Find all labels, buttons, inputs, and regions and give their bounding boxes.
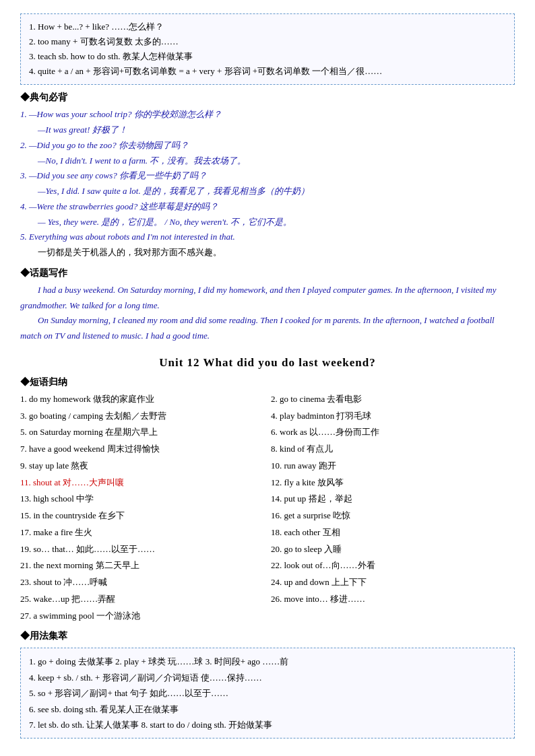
qa-1-q: 1. —How was your school trip? 你的学校郊游怎么样？ xyxy=(20,107,515,123)
qa-3-q: 3. —Did you see any cows? 你看见一些牛奶了吗？ xyxy=(20,168,515,184)
phrase-section: ◆短语归纳 1. do my homework 做我的家庭作业 2. go to… xyxy=(20,376,515,624)
grammar-box: 1. go + doing 去做某事 2. play + 球类 玩……球 3. … xyxy=(20,648,515,738)
top-line-2: 2. too many + 可数名词复数 太多的…… xyxy=(29,34,506,49)
phrase-10-right: 20. go to sleep 入睡 xyxy=(271,542,515,557)
phrase-9-left: 17. make a fire 生火 xyxy=(20,525,264,541)
qa-5-q: 5. Everything was about robots and I'm n… xyxy=(20,230,515,245)
phrase-12-right: 24. up and down 上上下下 xyxy=(271,575,515,590)
phrase-10-left: 19. so… that… 如此……以至于…… xyxy=(20,542,264,557)
phrase-11-right: 22. look out of…向……外看 xyxy=(271,558,515,574)
phrase-7-left: 13. high school 中学 xyxy=(20,491,264,507)
phrase-grid: 1. do my homework 做我的家庭作业 2. go to cinem… xyxy=(20,392,515,624)
phrase-4-right: 8. kind of 有点儿 xyxy=(271,442,515,457)
phrase-6-right: 12. fly a kite 放风筝 xyxy=(271,475,515,491)
grammar-line-5: 7. let sb. do sth. 让某人做某事 8. start to do… xyxy=(29,717,506,732)
qa-1-a-text: —It was great! 好极了！ xyxy=(38,125,127,135)
qa-2-a-text: —No, I didn't. I went to a farm. 不，没有。我去… xyxy=(38,156,246,166)
phrase-1-left: 1. do my homework 做我的家庭作业 xyxy=(20,392,264,407)
phrase-5-left: 9. stay up late 熬夜 xyxy=(20,458,264,474)
phrase-2-left: 3. go boating / camping 去划船／去野营 xyxy=(20,409,264,424)
hua-ti-para1: I had a busy weekend. On Saturday mornin… xyxy=(20,283,515,314)
phrase-12-left: 23. shout to 冲……呼喊 xyxy=(20,575,264,590)
grammar-section: ◆用法集萃 1. go + doing 去做某事 2. play + 球类 玩…… xyxy=(20,630,515,738)
qa-4-a-text: — Yes, they were. 是的，它们是。 / No, they wer… xyxy=(38,217,292,227)
hua-ti-title: ◆话题写作 xyxy=(20,267,515,279)
phrase-9-right: 18. each other 互相 xyxy=(271,525,515,541)
top-line-1: 1. How + be...? + like? ……怎么样？ xyxy=(29,20,506,34)
qa-2-a: —No, I didn't. I went to a farm. 不，没有。我去… xyxy=(20,153,515,169)
phrase-3-left: 5. on Saturday morning 在星期六早上 xyxy=(20,425,264,440)
phrase-title: ◆短语归纳 xyxy=(20,376,515,388)
phrase-8-left: 15. in the countryside 在乡下 xyxy=(20,508,264,524)
qa-2-q: 2. —Did you go to the zoo? 你去动物园了吗？ xyxy=(20,138,515,153)
top-line-4: 4. quite + a / an + 形容词+可数名词单数 = a + ver… xyxy=(29,64,506,79)
phrase-5-right: 10. run away 跑开 xyxy=(271,458,515,474)
qa-1-a: —It was great! 好极了！ xyxy=(20,123,515,138)
phrase-6-left: 11. shout at 对……大声叫嚷 xyxy=(20,475,264,491)
qa-3-a: —Yes, I did. I saw quite a lot. 是的，我看见了，… xyxy=(20,184,515,199)
hua-ti-para2-text: On Sunday morning, I cleaned my room and… xyxy=(20,315,495,341)
phrase-3-right: 6. work as 以……身份而工作 xyxy=(271,425,515,440)
grammar-line-2: 4. keep + sb. / sth. + 形容词／副词／介词短语 使……保持… xyxy=(29,670,506,685)
qa-3-q-text: 3. —Did you see any cows? 你看见一些牛奶了吗？ xyxy=(20,170,207,180)
qa-4-q: 4. —Were the strawberries good? 这些草莓是好的吗… xyxy=(20,199,515,215)
qa-2-q-text: 2. —Did you go to the zoo? 你去动物园了吗？ xyxy=(20,140,189,150)
phrase-11-left: 21. the next morning 第二天早上 xyxy=(20,558,264,574)
phrase-2-right: 4. play badminton 打羽毛球 xyxy=(271,409,515,424)
top-grammar-box: 1. How + be...? + like? ……怎么样？ 2. too ma… xyxy=(20,13,515,85)
dian-ju-title: ◆典句必背 xyxy=(20,92,515,104)
phrase-14-single: 27. a swimming pool 一个游泳池 xyxy=(20,609,515,624)
dian-ju-section: ◆典句必背 1. —How was your school trip? 你的学校… xyxy=(20,92,515,261)
grammar-line-1: 1. go + doing 去做某事 2. play + 球类 玩……球 3. … xyxy=(29,654,506,669)
phrase-13-right: 26. move into… 移进…… xyxy=(271,592,515,607)
unit-title: Unit 12 What did you do last weekend? xyxy=(20,356,515,370)
top-line-3: 3. teach sb. how to do sth. 教某人怎样做某事 xyxy=(29,49,506,64)
qa-5-a: 一切都是关于机器人的，我对那方面不感兴趣。 xyxy=(20,245,515,261)
hua-ti-section: ◆话题写作 I had a busy weekend. On Saturday … xyxy=(20,267,515,344)
qa-4-q-text: 4. —Were the strawberries good? 这些草莓是好的吗… xyxy=(20,201,218,211)
qa-4-a: — Yes, they were. 是的，它们是。 / No, they wer… xyxy=(20,215,515,230)
qa-1-q-text: 1. —How was your school trip? 你的学校郊游怎么样？ xyxy=(20,109,222,119)
hua-ti-para1-text: I had a busy weekend. On Saturday mornin… xyxy=(20,285,496,310)
phrase-13-left: 25. wake…up 把……弄醒 xyxy=(20,592,264,607)
phrase-1-right: 2. go to cinema 去看电影 xyxy=(271,392,515,407)
qa-5-q-text: 5. Everything was about robots and I'm n… xyxy=(20,232,235,242)
grammar-title: ◆用法集萃 xyxy=(20,630,515,642)
grammar-line-4: 6. see sb. doing sth. 看见某人正在做某事 xyxy=(29,701,506,717)
hua-ti-para2: On Sunday morning, I cleaned my room and… xyxy=(20,313,515,344)
phrase-4-left: 7. have a good weekend 周末过得愉快 xyxy=(20,442,264,457)
qa-5-a-text: 一切都是关于机器人的，我对那方面不感兴趣。 xyxy=(38,247,222,257)
grammar-line-3: 5. so + 形容词／副词+ that 句子 如此……以至于…… xyxy=(29,685,506,701)
qa-3-a-text: —Yes, I did. I saw quite a lot. 是的，我看见了，… xyxy=(38,186,309,196)
phrase-8-right: 16. get a surprise 吃惊 xyxy=(271,508,515,524)
phrase-7-right: 14. put up 搭起，举起 xyxy=(271,491,515,507)
